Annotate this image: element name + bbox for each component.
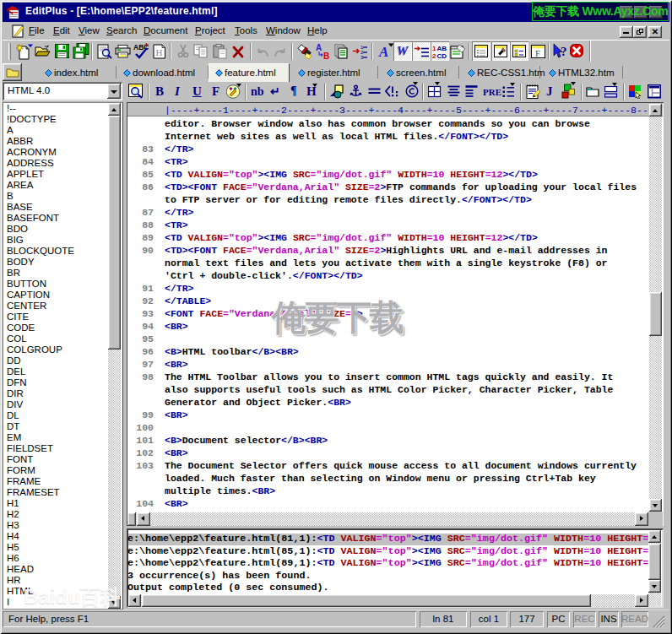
svg-text:B: B bbox=[323, 51, 329, 60]
svg-text:H: H bbox=[156, 47, 163, 57]
svg-text:A: A bbox=[378, 44, 388, 60]
svg-text:W: W bbox=[397, 44, 409, 57]
svg-text:1: 1 bbox=[432, 45, 436, 52]
svg-text:A: A bbox=[316, 43, 322, 52]
svg-text:CD: CD bbox=[437, 52, 447, 59]
svg-text:2: 2 bbox=[432, 52, 436, 59]
svg-text:?: ? bbox=[561, 45, 567, 58]
svg-text:F: F bbox=[535, 48, 540, 58]
svg-text:AB: AB bbox=[437, 45, 447, 52]
